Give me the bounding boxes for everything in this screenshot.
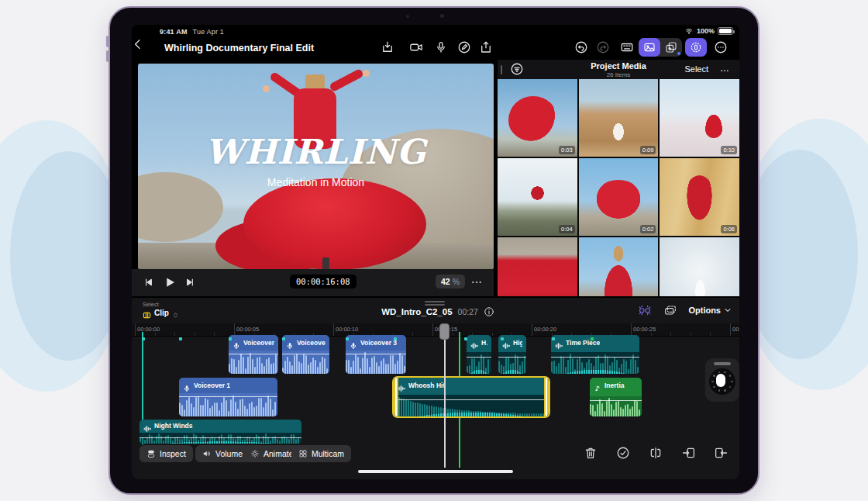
media-thumbnail-red-skirt-closeup[interactable] — [498, 237, 577, 296]
clip-label: Voiceover 2 — [243, 339, 274, 347]
tool-selector[interactable]: Clip — [143, 309, 179, 317]
multicam-grid-icon — [298, 449, 308, 458]
undo-icon[interactable] — [574, 40, 588, 54]
dancer-skirt — [243, 178, 426, 269]
timeline-clip-night-winds[interactable]: Night Winds — [140, 420, 301, 444]
clip-label: Night Winds — [154, 422, 193, 430]
share-icon[interactable] — [479, 40, 493, 54]
previous-frame-icon[interactable] — [143, 276, 155, 289]
music-clip-icon — [594, 382, 601, 389]
selected-clip-name: WD_Intro_C2_05 — [381, 307, 452, 316]
button-label: Inspect — [160, 449, 186, 458]
volume-down-button — [106, 50, 109, 62]
playhead-handle[interactable] — [439, 323, 450, 340]
timeline-clip-h-[interactable]: H… — [467, 335, 491, 374]
camera-icon[interactable] — [409, 40, 423, 54]
thumbnail-duration: 0:04 — [559, 225, 575, 233]
clip-marker — [142, 337, 145, 340]
transport-bar: 00:00:16:08 42% — [132, 269, 494, 296]
media-thumbnail-red-dancer-reeds[interactable]: 0:06 — [660, 158, 739, 236]
speaker-icon — [202, 449, 212, 458]
sfx-clip-icon — [470, 339, 478, 347]
media-panel-more-button[interactable]: … — [720, 63, 730, 74]
sfx-clip-icon — [143, 422, 151, 430]
enhance-conform-icon[interactable] — [637, 304, 653, 316]
timeline-clip-voiceover-1[interactable]: Voiceover 1 — [179, 378, 277, 416]
viewer-more-icon[interactable] — [470, 276, 483, 289]
options-button[interactable]: Options — [688, 306, 732, 315]
clip-marker — [501, 337, 504, 340]
thumbnail-duration: 0:10 — [721, 146, 737, 154]
clip-waveform — [467, 352, 491, 374]
thumbnail-figure — [704, 112, 725, 138]
select-button[interactable]: Select — [684, 64, 708, 74]
sfx-clip-icon — [555, 339, 563, 347]
overwrite-icon[interactable] — [714, 446, 728, 460]
bottom-toolbar: InspectVolumeAnimateMulticam — [132, 444, 739, 468]
clip-tool-icon — [143, 309, 151, 317]
volume-button[interactable]: Volume — [195, 445, 250, 462]
timeline-ruler[interactable]: 00:00:0000:00:0500:00:1000:00:1500:00:20… — [132, 323, 739, 337]
media-thumbnail-red-whirler-sky[interactable]: 0:02 — [579, 158, 659, 236]
clip-label: Time Piece — [566, 339, 600, 347]
effects-browser-button[interactable] — [660, 38, 682, 57]
jog-wheel-dial[interactable] — [709, 368, 735, 395]
clip-marker — [552, 337, 555, 340]
shortcuts-icon[interactable] — [620, 40, 634, 54]
clip-marker — [346, 337, 349, 340]
top-toolbar: Whirling Documentary Final Edit — [132, 36, 739, 60]
next-frame-icon[interactable] — [184, 276, 196, 289]
media-thumbnail-red-dancer-ridge[interactable]: 0:04 — [498, 158, 577, 236]
tool-value: Clip — [154, 309, 169, 317]
timeline-clip-voiceover-2[interactable]: Voiceover 2 — [282, 335, 329, 374]
jog-wheel[interactable] — [705, 358, 739, 402]
clip-label: Whoosh Hit — [408, 382, 445, 389]
media-thumbnail-white-dancer-desert[interactable]: 0:09 — [579, 79, 659, 157]
mic-icon[interactable] — [434, 40, 448, 54]
media-thumbnail-red-dancer-portrait[interactable] — [579, 237, 659, 296]
split-icon[interactable] — [649, 446, 663, 460]
insert-icon[interactable] — [682, 446, 696, 460]
timeline-clip-time-piece[interactable]: Time Piece — [551, 335, 639, 374]
timeline-clip-whoosh-hit[interactable]: Whoosh Hit — [394, 378, 549, 416]
project-title: Whirling Documentary Final Edit — [164, 43, 314, 54]
clip-marker — [282, 337, 285, 340]
media-thumbnail-white-dancer-clouds[interactable] — [660, 237, 739, 296]
thumbnail-figure — [593, 180, 644, 222]
import-icon[interactable] — [381, 40, 394, 54]
thumbnail-figure — [529, 185, 546, 202]
status-time: 9:41 AM — [160, 28, 188, 36]
back-button[interactable] — [132, 36, 144, 52]
timeline-clip-high-[interactable]: High… — [498, 335, 526, 374]
jog-wheel-toggle-button[interactable] — [685, 38, 707, 57]
trash-icon[interactable] — [584, 446, 598, 460]
jog-wheel-grab-handle[interactable] — [714, 362, 731, 365]
redo-icon[interactable] — [596, 40, 610, 54]
inspect-button[interactable]: Inspect — [140, 445, 193, 462]
video-viewer[interactable]: WHIRLING Meditation in Motion — [138, 64, 494, 269]
multicam-button[interactable]: Multicam — [291, 445, 351, 462]
info-icon[interactable] — [484, 306, 494, 317]
connect-clip-icon[interactable] — [663, 304, 677, 316]
timeline-clip-inertia[interactable]: Inertia — [590, 378, 642, 416]
timeline-clip-voiceover-2[interactable]: Voiceover 2 — [229, 335, 278, 374]
timeline-drag-handle[interactable] — [425, 301, 445, 306]
wifi-icon — [684, 27, 694, 35]
timeline-zoom-control[interactable]: 42% — [436, 275, 465, 289]
more-icon[interactable] — [714, 40, 728, 54]
keyframe-icon — [250, 449, 260, 458]
media-browser-button[interactable] — [639, 38, 660, 57]
media-thumbnail-red-dancer-saltflat[interactable]: 0:10 — [660, 79, 739, 157]
home-indicator[interactable] — [358, 470, 513, 473]
play-icon[interactable] — [163, 275, 177, 289]
media-thumbnail-red-dancer-rock[interactable]: 0:03 — [498, 79, 577, 157]
battery-percent: 100% — [697, 27, 715, 35]
button-label: Animate — [264, 449, 294, 458]
pencil-tool-icon[interactable] — [457, 40, 471, 54]
timeline-clip-voiceover-3[interactable]: Voiceover 3 — [346, 335, 406, 374]
voice-clip-icon — [350, 339, 357, 347]
app-screen: 9:41 AMTue Apr 1 100% Whirling Documenta… — [132, 25, 739, 479]
check-circle-icon[interactable] — [616, 446, 630, 460]
thumbnail-figure — [602, 261, 634, 296]
thumbnail-duration: 0:09 — [640, 146, 656, 154]
